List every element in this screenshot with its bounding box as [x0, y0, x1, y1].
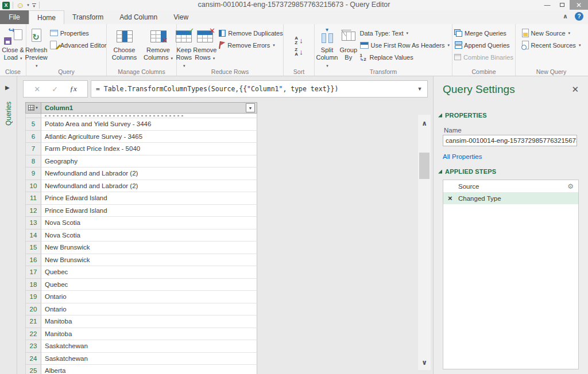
column-header[interactable]: Column1 ▼	[41, 102, 257, 114]
queries-pane-label[interactable]: Queries	[5, 102, 13, 126]
table-row[interactable]: 12Prince Edward Island	[25, 205, 257, 217]
remove-errors-button[interactable]: Remove Errors▾	[218, 39, 284, 51]
cell[interactable]: Ontario	[41, 291, 257, 303]
expand-pane-icon[interactable]: ▶	[5, 84, 10, 91]
confirm-formula-icon[interactable]: ✓	[52, 85, 58, 94]
cell[interactable]: Saskatchewan	[41, 353, 257, 365]
table-row[interactable]: 20Ontario	[25, 303, 257, 316]
sort-descending-button[interactable]: ZA↓	[295, 48, 303, 57]
table-row[interactable]: 10Newfoundland and Labrador (2)	[25, 180, 257, 193]
table-row[interactable]: 16New Brunswick	[25, 254, 257, 267]
close-and-load-button[interactable]: ↪ Close & Load ▾	[1, 26, 25, 61]
cell[interactable]: Prince Edward Island	[41, 192, 257, 205]
table-row[interactable]: 9Newfoundland and Labrador (2)	[25, 167, 257, 180]
step-changed-type[interactable]: × Changed Type	[443, 192, 578, 204]
merge-queries-button[interactable]: Merge Queries	[453, 27, 514, 39]
cell[interactable]: Ontario	[41, 303, 257, 316]
cell[interactable]: Potato Area and Yield Survey - 3446	[41, 118, 257, 131]
cell[interactable]: Nova Scotia	[41, 229, 257, 242]
tab-home[interactable]: Home	[29, 10, 64, 24]
remove-rows-button[interactable]: ✕ Remove Rows ▾	[193, 26, 216, 61]
cancel-formula-icon[interactable]: ✕	[34, 85, 40, 94]
properties-button[interactable]: Properties	[49, 27, 108, 39]
table-row[interactable]: 22Manitoba	[25, 328, 257, 341]
recent-sources-button[interactable]: Recent Sources▾	[521, 39, 582, 51]
table-row[interactable]: 11Prince Edward Island	[25, 192, 257, 205]
help-icon[interactable]: ?	[575, 12, 583, 21]
table-row[interactable]: 5Potato Area and Yield Survey - 3446	[25, 118, 257, 131]
table-row[interactable]: 23Saskatchewan	[25, 340, 257, 353]
remove-duplicates-button[interactable]: Remove Duplicates	[218, 27, 284, 39]
table-row[interactable]: 14Nova Scotia	[25, 229, 257, 242]
new-source-button[interactable]: New Source▾	[521, 27, 582, 39]
scroll-up-icon[interactable]: ∧	[418, 119, 431, 127]
split-column-button[interactable]: ▾ Split Column ▾	[316, 26, 338, 69]
close-button[interactable]: ✕	[570, 0, 588, 10]
group-by-button[interactable]: Group By	[339, 26, 358, 61]
refresh-preview-button[interactable]: ↻ Refresh Preview ▾	[25, 26, 48, 69]
table-row[interactable]: 19Ontario	[25, 291, 257, 303]
table-row[interactable]: 17Quebec	[25, 266, 257, 279]
tab-file[interactable]: File	[0, 10, 29, 24]
tab-add-column[interactable]: Add Column	[111, 10, 165, 24]
replace-values-button[interactable]: 1↳2 Replace Values	[359, 51, 451, 63]
remove-columns-button[interactable]: ✕ Remove Columns ▾	[142, 26, 175, 61]
table-row[interactable]: 15New Brunswick	[25, 241, 257, 254]
cell[interactable]: Prince Edward Island	[41, 205, 257, 217]
tab-transform[interactable]: Transform	[64, 10, 111, 24]
table-row[interactable]: 21Manitoba	[25, 315, 257, 328]
maximize-button[interactable]	[555, 0, 570, 9]
properties-section-header[interactable]: PROPERTIES	[438, 112, 487, 119]
table-row[interactable]: 24Saskatchewan	[25, 353, 257, 365]
formula-input[interactable]: = Table.TransformColumnTypes(Source,{{"C…	[91, 85, 412, 93]
cell[interactable]: Atlantic Agriculture Survey - 3465	[41, 131, 257, 143]
all-properties-link[interactable]: All Properties	[443, 153, 482, 160]
sort-ascending-button[interactable]: AZ↓	[295, 36, 303, 45]
formula-bar[interactable]: = Table.TransformColumnTypes(Source,{{"C…	[91, 80, 428, 98]
cell[interactable]: Quebec	[41, 266, 257, 279]
scrollbar-thumb[interactable]	[419, 153, 430, 179]
cell[interactable]: Newfoundland and Labrador (2)	[41, 167, 257, 180]
query-name-input[interactable]: cansim-0010014-eng-1573729857763215673	[443, 135, 577, 146]
cell[interactable]: Saskatchewan	[41, 340, 257, 353]
delete-step-icon[interactable]: ×	[448, 194, 452, 202]
choose-columns-button[interactable]: Choose Columns	[109, 26, 141, 61]
cell[interactable]: New Brunswick	[41, 241, 257, 254]
cell[interactable]: New Brunswick	[41, 254, 257, 267]
tab-view[interactable]: View	[165, 10, 196, 24]
table-row[interactable]: 8Geography	[25, 155, 257, 168]
cell[interactable]: Manitoba	[41, 328, 257, 341]
cell[interactable]: Farm Product Price Index - 5040	[41, 143, 257, 155]
filter-dropdown-button[interactable]: ▼	[246, 103, 255, 112]
formula-expand-icon[interactable]: ▼	[412, 86, 427, 92]
table-row[interactable]: 7Farm Product Price Index - 5040	[25, 143, 257, 155]
cell[interactable]: Newfoundland and Labrador (2)	[41, 180, 257, 193]
use-first-row-as-headers-button[interactable]: Use First Row As Headers▾	[359, 39, 451, 51]
cell[interactable]: Geography	[41, 155, 257, 168]
close-panel-icon[interactable]: ✕	[571, 85, 579, 94]
gear-icon[interactable]: ⚙	[567, 182, 574, 190]
keep-rows-button[interactable]: ✓ Keep Rows ▾	[176, 26, 192, 69]
queries-pane-collapsed: ▶ Queries	[0, 76, 17, 374]
choose-columns-icon	[117, 30, 133, 42]
vertical-scrollbar[interactable]: ∧ ∨	[418, 115, 431, 370]
cell[interactable]: Manitoba	[41, 315, 257, 328]
minimize-button[interactable]: —	[540, 0, 555, 9]
step-source[interactable]: Source ⚙	[443, 180, 578, 192]
cell[interactable]: Alberta	[41, 365, 257, 374]
table-row[interactable]: 6Atlantic Agriculture Survey - 3465	[25, 131, 257, 143]
cell[interactable]: Nova Scotia	[41, 217, 257, 229]
append-queries-button[interactable]: Append Queries	[453, 39, 514, 51]
ribbon-group-combine: Merge Queries Append Queries Combine Bin…	[452, 24, 516, 76]
applied-steps-section-header[interactable]: APPLIED STEPS	[438, 168, 496, 175]
scroll-down-icon[interactable]: ∨	[418, 359, 431, 367]
table-row[interactable]: 18Quebec	[25, 279, 257, 291]
data-type-button[interactable]: Data Type: Text▾	[359, 27, 451, 39]
table-row[interactable]: 13Nova Scotia	[25, 217, 257, 229]
collapse-ribbon-icon[interactable]: ∧	[563, 13, 568, 20]
advanced-editor-button[interactable]: Advanced Editor	[49, 39, 108, 51]
table-row[interactable]: 25Alberta	[25, 365, 257, 374]
cell[interactable]: Quebec	[41, 279, 257, 291]
fx-icon[interactable]: ƒx	[70, 84, 77, 94]
grid-corner-menu[interactable]: ▼	[25, 102, 41, 114]
